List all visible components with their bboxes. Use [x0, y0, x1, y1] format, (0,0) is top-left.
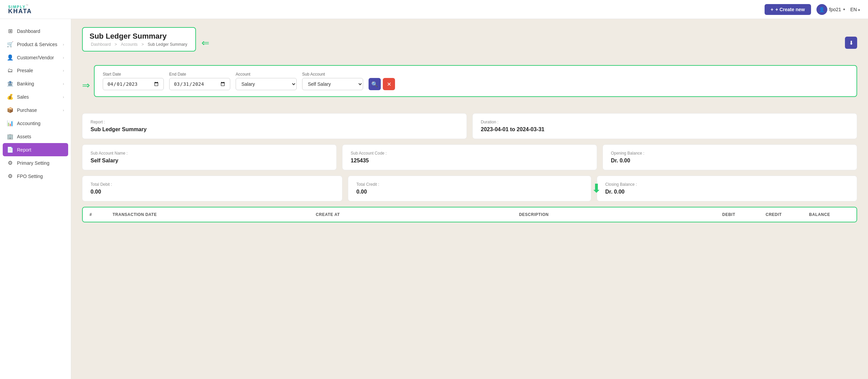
sidebar-item-label: Report [17, 147, 31, 153]
chevron-down-icon: ▾ [858, 8, 860, 12]
transactions-table: # TRANSACTION DATE CREATE AT DESCRIPTION… [82, 207, 857, 222]
sidebar-item-label: Primary Setting [17, 160, 50, 166]
duration-value: 2023-04-01 to 2024-03-31 [481, 126, 849, 133]
end-date-field: End Date [169, 72, 230, 90]
assets-icon: 🏢 [7, 133, 14, 140]
sub-account-select[interactable]: Self Salary Other [302, 78, 363, 90]
language-selector[interactable]: EN ▾ [850, 7, 860, 12]
col-debit: DEBIT [722, 212, 763, 217]
sidebar-item-products[interactable]: 🛒 Product & Services › [0, 38, 71, 51]
header-right: + + Create new 👤 fpo21 ▾ EN ▾ [765, 4, 860, 15]
col-create-at: CREATE AT [316, 212, 516, 217]
sidebar-item-assets[interactable]: 🏢 Assets [0, 130, 71, 143]
chevron-right-icon: › [63, 42, 64, 46]
start-date-label: Start Date [103, 72, 164, 77]
sidebar-item-banking[interactable]: 🏦 Banking › [0, 77, 71, 90]
filter-box: Start Date End Date Account Salary Other… [94, 65, 857, 97]
account-info-row: Sub Account Name : Self Salary Sub Accou… [82, 144, 857, 170]
sub-account-name-value: Self Salary [91, 158, 328, 164]
report-label: Report : [91, 120, 458, 124]
sidebar: ⊞ Dashboard 🛒 Product & Services › 👤 Cus… [0, 19, 71, 379]
total-credit-area: Total Credit : 0.00 ⬇ [348, 176, 591, 201]
main-content: Sub Ledger Summary Dashboard > Accounts … [71, 19, 868, 231]
sidebar-item-accounting[interactable]: 📊 Accounting [0, 117, 71, 130]
sidebar-item-dashboard[interactable]: ⊞ Dashboard [0, 24, 71, 38]
sidebar-item-label: Product & Services [17, 42, 57, 47]
reset-icon: ✕ [387, 81, 391, 87]
sub-account-name-label: Sub Account Name : [91, 151, 328, 156]
duration-label: Duration : [481, 120, 849, 124]
chevron-down-icon: ▾ [843, 7, 845, 11]
breadcrumb-current: Sub Ledger Summary [147, 42, 187, 47]
search-icon: 🔍 [371, 81, 378, 87]
end-date-label: End Date [169, 72, 230, 77]
plus-icon: + [771, 7, 773, 12]
col-hash: # [90, 212, 110, 217]
start-date-field: Start Date [103, 72, 164, 90]
sidebar-item-label: Accounting [17, 121, 40, 126]
closing-balance-value: Dr. 0.00 [605, 189, 849, 195]
start-date-input[interactable] [103, 78, 164, 90]
breadcrumb-accounts[interactable]: Accounts [121, 42, 137, 47]
reset-button[interactable]: ✕ [383, 78, 395, 90]
sidebar-item-primary-setting[interactable]: ⚙ Primary Setting [0, 156, 71, 169]
sidebar-item-report[interactable]: 📄 Report [3, 143, 68, 156]
chevron-right-icon: › [63, 108, 64, 112]
report-info-row: Report : Sub Ledger Summary Duration : 2… [82, 113, 857, 139]
breadcrumb-sep: > [115, 42, 117, 47]
breadcrumb-sep: > [141, 42, 144, 47]
col-credit: CREDIT [766, 212, 806, 217]
account-field: Account Salary Other [236, 72, 297, 90]
layout: ⊞ Dashboard 🛒 Product & Services › 👤 Cus… [0, 0, 868, 231]
sidebar-item-customer-vendor[interactable]: 👤 Customer/Vendor › [0, 51, 71, 64]
end-date-input[interactable] [169, 78, 230, 90]
chevron-right-icon: › [63, 82, 64, 86]
sidebar-item-label: Banking [17, 81, 34, 86]
download-icon: ⬇ [849, 40, 853, 46]
sidebar-item-label: Purchase [17, 107, 37, 113]
page-title: Sub Ledger Summary [90, 32, 189, 41]
customer-icon: 👤 [7, 54, 14, 61]
total-debit-label: Total Debit : [91, 182, 334, 187]
page-header-box: Sub Ledger Summary Dashboard > Accounts … [82, 27, 196, 52]
report-name-card: Report : Sub Ledger Summary [82, 113, 467, 139]
lang-label: EN [850, 7, 857, 12]
account-select[interactable]: Salary Other [236, 78, 297, 90]
sidebar-item-label: Assets [17, 134, 31, 139]
total-debit-value: 0.00 [91, 189, 334, 195]
logo: SIMPLY™ KHATA [8, 4, 32, 14]
search-button[interactable]: 🔍 [369, 78, 381, 90]
fpo-settings-icon: ⚙ [7, 173, 14, 179]
sub-account-name-card: Sub Account Name : Self Salary [82, 144, 337, 170]
avatar: 👤 [816, 4, 827, 15]
products-icon: 🛒 [7, 41, 14, 47]
sub-account-code-value: 125435 [351, 158, 588, 164]
arrow-left-annotation: ⇐ [201, 37, 209, 48]
user-area[interactable]: 👤 fpo21 ▾ [816, 4, 845, 15]
presale-icon: 🗂 [7, 67, 14, 74]
sidebar-item-sales[interactable]: 💰 Sales › [0, 90, 71, 103]
sidebar-item-presale[interactable]: 🗂 Presale › [0, 64, 71, 77]
download-button[interactable]: ⬇ [845, 37, 857, 49]
sidebar-item-purchase[interactable]: 📦 Purchase › [0, 103, 71, 117]
closing-balance-card: Closing Balance : Dr. 0.00 [597, 176, 857, 201]
total-credit-label: Total Credit : [356, 182, 583, 187]
sidebar-item-label: FPO Setting [17, 174, 43, 179]
create-new-button[interactable]: + + Create new [765, 4, 811, 15]
sidebar-item-label: Sales [17, 94, 29, 100]
sidebar-item-fpo-setting[interactable]: ⚙ FPO Setting [0, 169, 71, 183]
opening-balance-value: Dr. 0.00 [611, 158, 849, 164]
total-debit-card: Total Debit : 0.00 [82, 176, 342, 201]
sidebar-item-label: Dashboard [17, 28, 40, 34]
breadcrumb: Dashboard > Accounts > Sub Ledger Summar… [90, 42, 189, 47]
breadcrumb-home[interactable]: Dashboard [91, 42, 111, 47]
closing-balance-label: Closing Balance : [605, 182, 849, 187]
arrow-right-annotation: ⇒ [82, 80, 90, 91]
sidebar-item-label: Customer/Vendor [17, 55, 54, 60]
total-credit-value: 0.00 [356, 189, 583, 195]
account-label: Account [236, 72, 297, 77]
user-icon: 👤 [819, 7, 825, 12]
sub-account-code-label: Sub Account Code : [351, 151, 588, 156]
sub-account-code-card: Sub Account Code : 125435 [342, 144, 597, 170]
settings-icon: ⚙ [7, 160, 14, 166]
